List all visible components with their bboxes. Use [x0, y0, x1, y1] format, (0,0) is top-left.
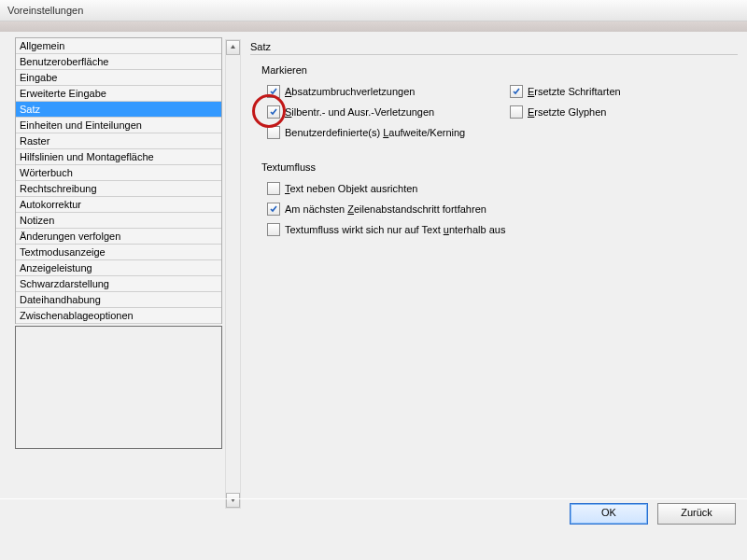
checkbox-text-neben-objekt[interactable]: Text neben Objekt ausrichten: [267, 178, 738, 199]
sidebar-item-3[interactable]: Erweiterte Eingabe: [16, 86, 221, 102]
check-icon: [267, 182, 280, 195]
checkbox-laufweite-kerning[interactable]: Benutzerdefinierte(s) Laufweite/Kerning: [267, 122, 465, 143]
check-icon: [267, 223, 280, 236]
sidebar-item-17[interactable]: Zwischenablageoptionen: [16, 308, 221, 324]
ok-button[interactable]: OK: [570, 503, 648, 525]
check-icon: [267, 105, 280, 119]
checkbox-textumfluss-unterhalb[interactable]: Textumfluss wirkt sich nur auf Text unte…: [267, 219, 738, 240]
divider: [250, 54, 738, 55]
window-title: Voreinstellungen: [7, 5, 83, 16]
sidebar-item-13[interactable]: Textmodusanzeige: [16, 245, 221, 260]
checkbox-ersetzte-schriftarten[interactable]: Ersetzte Schriftarten: [510, 81, 621, 102]
group-textumfluss-title: Textumfluss: [261, 161, 738, 173]
checkbox-ersetzte-glyphen[interactable]: Ersetzte Glyphen: [510, 102, 606, 122]
sidebar-item-0[interactable]: Allgemein: [16, 38, 221, 54]
sidebar-item-8[interactable]: Wörterbuch: [16, 165, 221, 181]
check-icon: [510, 105, 523, 119]
checkbox-label: Text neben Objekt ausrichten: [285, 183, 417, 194]
button-label: Zurück: [681, 507, 712, 518]
sidebar-scrollbar[interactable]: [225, 39, 241, 509]
checkbox-label: Benutzerdefinierte(s) Laufweite/Kerning: [285, 127, 465, 138]
category-list: AllgemeinBenutzeroberflächeEingabeErweit…: [15, 37, 222, 324]
checkbox-label: Am nächsten Zeilenabstandschritt fortfah…: [285, 203, 486, 215]
sidebar-item-11[interactable]: Notizen: [16, 213, 221, 229]
sidebar-item-16[interactable]: Dateihandhabung: [16, 292, 221, 308]
checkbox-zeilenabstandschritt[interactable]: Am nächsten Zeilenabstandschritt fortfah…: [267, 199, 738, 219]
checkbox-label: Absatzumbruchverletzungen: [285, 86, 415, 97]
back-button[interactable]: Zurück: [657, 503, 736, 525]
sidebar-item-15[interactable]: Schwarzdarstellung: [16, 276, 221, 292]
sidebar-item-1[interactable]: Benutzeroberfläche: [16, 54, 221, 70]
window-titlebar: Voreinstellungen: [0, 0, 747, 21]
checkbox-label: Silbentr.- und Ausr.-Verletzungen: [285, 106, 434, 118]
sidebar-item-7[interactable]: Hilfslinien und Montagefläche: [16, 149, 221, 165]
sidebar-item-2[interactable]: Eingabe: [16, 70, 221, 86]
checkbox-absatzumbruchverletzungen[interactable]: Absatzumbruchverletzungen: [267, 81, 510, 102]
sidebar-item-12[interactable]: Änderungen verfolgen: [16, 229, 221, 245]
sidebar-item-9[interactable]: Rechtschreibung: [16, 181, 221, 197]
group-markieren-title: Markieren: [261, 64, 738, 76]
description-box: [15, 326, 222, 449]
toolbar-blur: [0, 21, 747, 32]
sidebar-item-14[interactable]: Anzeigeleistung: [16, 260, 221, 276]
checkbox-label: Ersetzte Schriftarten: [528, 86, 621, 97]
check-icon: [267, 85, 280, 98]
page-title: Satz: [250, 41, 738, 52]
checkbox-silbentr-ausr-verletzungen[interactable]: Silbentr.- und Ausr.-Verletzungen: [267, 102, 510, 122]
checkbox-label: Textumfluss wirkt sich nur auf Text unte…: [285, 224, 505, 235]
sidebar-item-10[interactable]: Autokorrektur: [16, 197, 221, 213]
sidebar-item-6[interactable]: Raster: [16, 133, 221, 149]
sidebar-item-4[interactable]: Satz: [16, 102, 221, 118]
checkbox-label: Ersetzte Glyphen: [528, 106, 606, 118]
button-label: OK: [601, 507, 616, 518]
check-icon: [267, 126, 280, 139]
check-icon: [267, 203, 280, 216]
check-icon: [510, 85, 523, 98]
scroll-up-button[interactable]: [226, 40, 240, 55]
sidebar-item-5[interactable]: Einheiten und Einteilungen: [16, 118, 221, 133]
